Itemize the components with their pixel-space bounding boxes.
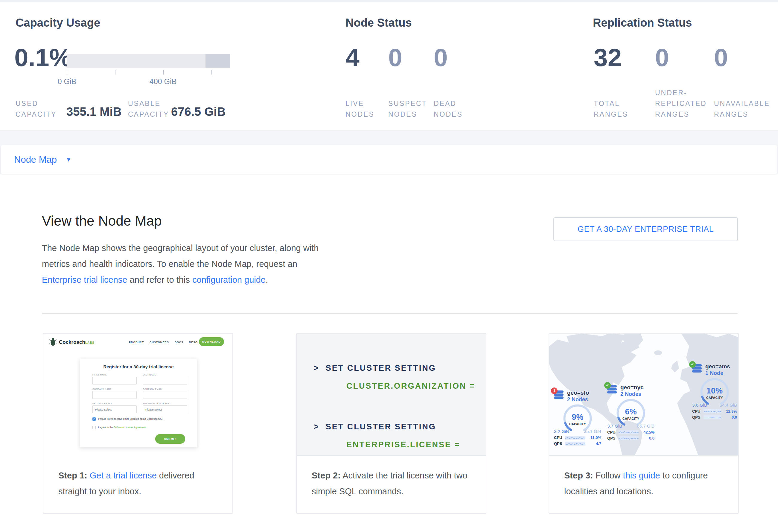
- cpu-label: CPU: [607, 430, 618, 435]
- geo-ams-name: geo=ams: [705, 363, 730, 370]
- geo-sfo-capacity-gauge: 9% CAPACITY: [563, 404, 593, 434]
- geo-nyc-header: ✓ geo=nyc 2 Nodes: [607, 384, 654, 398]
- geo-sfo-qps-row: QPS 4.7: [554, 441, 601, 446]
- geo-sfo-nodes: 2 Nodes: [567, 396, 589, 403]
- last-name-input: [143, 377, 187, 384]
- sql-keyword: SET CLUSTER SETTING: [326, 422, 436, 431]
- company-email-input: [143, 391, 187, 399]
- capacity-usage-percent: 0.1%: [14, 44, 72, 71]
- node-map-thumbnail: 1 geo=sfo 2 Nodes 9% CAPACITY: [549, 333, 738, 456]
- cpu-sparkline: [619, 430, 639, 434]
- first-name-input: [92, 377, 137, 384]
- cockroach-brand-suffix: LABS: [85, 341, 94, 345]
- live-nodes-value: 4: [345, 44, 388, 71]
- geo-nyc-cpu-value: 42.5%: [641, 430, 654, 435]
- axis-tick-label: 400 GiB: [150, 77, 176, 86]
- cpu-sparkline: [704, 409, 721, 413]
- get-enterprise-trial-button[interactable]: GET A 30-DAY ENTERPRISE TRIAL: [553, 217, 738, 241]
- geo-ams-cpu-row: CPU 12.3%: [692, 409, 737, 413]
- geo-sfo-cpu-value: 11.0%: [588, 435, 601, 440]
- company-name-label: COMPANY NAME: [92, 388, 111, 390]
- geo-nyc-qps-row: QPS 0.0: [607, 436, 654, 441]
- step1-caption: Step 1: Get a trial license delivered st…: [44, 456, 232, 500]
- node-map-placeholder-panel: View the Node Map The Node Map shows the…: [0, 174, 778, 532]
- alert-badge-icon: 1: [551, 387, 557, 394]
- total-ranges-stat: 32 TOTAL RANGES: [594, 44, 655, 120]
- replication-status-title: Replication Status: [593, 16, 692, 29]
- suspect-nodes-stat: 0 SUSPECT NODES: [388, 44, 434, 120]
- database-icon: ✓: [692, 364, 702, 374]
- geo-ams-qps-row: QPS 0.0: [692, 415, 737, 420]
- unchecked-checkbox-icon: [92, 426, 96, 429]
- license-agree-row: I agree to the Software License Agreemen…: [92, 426, 188, 429]
- check-badge-icon: ✓: [689, 361, 696, 368]
- reason-select: Please Select: [143, 405, 187, 413]
- unavailable-ranges-stat: 0 UNAVAILABLE RANGES: [714, 44, 765, 120]
- reason-label: REASON FOR INTEREST: [143, 402, 171, 404]
- step2-label: Step 2:: [312, 471, 341, 480]
- page-title: View the Node Map: [42, 213, 162, 229]
- qps-sparkline: [565, 442, 586, 446]
- dead-nodes-value: 0: [434, 44, 482, 71]
- qps-label: QPS: [607, 436, 618, 441]
- intro-text: .: [265, 275, 268, 285]
- geo-nyc-nodes: 2 Nodes: [620, 391, 644, 398]
- geo-ams-nodes: 1 Node: [705, 370, 730, 377]
- sql-line-3: > SET CLUSTER SETTING: [314, 422, 436, 432]
- capacity-usage-bar-unusable-segment: [206, 54, 230, 68]
- geo-sfo-titles: geo=sfo 2 Nodes: [567, 389, 589, 403]
- usable-capacity-label: USABLE CAPACITY: [128, 98, 169, 120]
- checked-checkbox-icon: ✓: [92, 417, 96, 421]
- used-capacity-value: 355.1 MiB: [66, 105, 122, 119]
- capacity-usage-bar: [67, 54, 230, 68]
- site-download-button: DOWNLOAD: [199, 337, 224, 346]
- usable-capacity-value: 676.5 GiB: [171, 105, 226, 119]
- sql-prompt: >: [314, 364, 319, 373]
- geo-nyc-capacity-pct: 6%: [616, 407, 646, 416]
- qps-label: QPS: [554, 441, 565, 446]
- geo-ams-capacity-pct: 10%: [700, 386, 729, 395]
- geo-nyc-cpu-row: CPU 42.5%: [607, 430, 654, 435]
- sql-line-4: ENTERPRISE.LICENSE =: [346, 440, 460, 449]
- intro-paragraph: The Node Map shows the geographical layo…: [42, 240, 329, 288]
- email-optin-row: ✓ I would like to receive email updates …: [92, 417, 188, 421]
- section-divider: [42, 313, 737, 314]
- geo-ams-cpu-value: 12.3%: [723, 409, 737, 413]
- intro-text: and refer to this: [127, 275, 192, 285]
- chevron-down-icon: ▼: [66, 156, 72, 163]
- replication-stats: 32 TOTAL RANGES 0 UNDER- REPLICATED RANG…: [594, 44, 765, 120]
- company-email-label: COMPANY EMAIL: [143, 388, 162, 390]
- geo-sfo-capacity-pct: 9%: [563, 412, 593, 422]
- qps-sparkline: [619, 436, 639, 440]
- database-icon: 1: [554, 390, 564, 400]
- capacity-usage-axis: 0 GiB 400 GiB: [67, 70, 230, 91]
- under-replicated-stat: 0 UNDER- REPLICATED RANGES: [655, 44, 714, 120]
- last-name-label: LAST NAME: [143, 374, 156, 376]
- form-title: Register for a 30-day trial license: [80, 364, 197, 369]
- geo-nyc-titles: geo=nyc 2 Nodes: [620, 384, 644, 398]
- step3-label: Step 3:: [564, 471, 593, 480]
- total-ranges-label: TOTAL RANGES: [594, 98, 655, 120]
- geo-nyc-name: geo=nyc: [620, 384, 644, 391]
- under-replicated-value: 0: [655, 44, 714, 71]
- company-name-input: [92, 391, 137, 399]
- intro-text: The Node Map shows the geographical layo…: [42, 243, 319, 269]
- axis-tick: [163, 70, 164, 75]
- cockroach-brand-text: Cockroach: [59, 339, 85, 345]
- node-map-dropdown[interactable]: Node Map ▼: [1, 145, 777, 174]
- email-optin-text: I would like to receive email updates ab…: [98, 417, 163, 421]
- enterprise-trial-license-link[interactable]: Enterprise trial license: [42, 275, 127, 285]
- configuration-guide-link[interactable]: configuration guide: [192, 275, 265, 285]
- this-guide-link[interactable]: this guide: [623, 471, 660, 480]
- step3-caption: Step 3: Follow this guide to configure l…: [549, 456, 738, 500]
- geo-sfo-name: geo=sfo: [567, 389, 589, 396]
- get-trial-license-link[interactable]: Get a trial license: [90, 471, 157, 480]
- axis-tick-label: 0 GiB: [58, 77, 77, 86]
- license-agreement-link: Software License Agreement.: [114, 426, 147, 429]
- axis-tick: [115, 70, 115, 75]
- node-status-title: Node Status: [345, 16, 412, 29]
- suspect-nodes-value: 0: [388, 44, 434, 71]
- node-status-stats: 4 LIVE NODES 0 SUSPECT NODES 0 DEAD NODE…: [345, 44, 482, 120]
- cpu-label: CPU: [692, 409, 703, 413]
- site-nav-product: PRODUCT: [129, 341, 144, 344]
